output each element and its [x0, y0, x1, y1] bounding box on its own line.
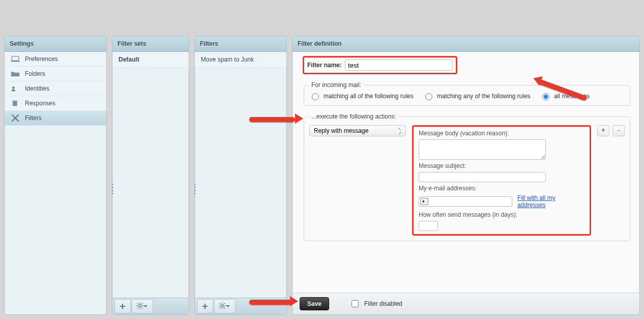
nav-label: Identities: [25, 85, 49, 92]
save-button[interactable]: Save: [300, 297, 329, 310]
filter-disabled-toggle[interactable]: Filter disabled: [349, 299, 402, 309]
filters-header: Filters: [195, 36, 286, 52]
filter-sets-footer: [112, 298, 189, 314]
actions-legend: ...execute the following actions:: [309, 113, 398, 120]
action-select[interactable]: Reply with message: [309, 125, 406, 136]
filter-actions-button[interactable]: [214, 299, 236, 313]
nav-label: Folders: [25, 70, 45, 77]
scope-legend: For incoming mail:: [309, 81, 363, 89]
scope-fieldset: For incoming mail: matching all of the f…: [304, 81, 630, 106]
highlight-reply-fields: Message body (vacation reason): Message …: [412, 125, 591, 236]
svg-rect-1: [11, 61, 20, 62]
actions-fieldset: ...execute the following actions: Reply …: [304, 113, 630, 241]
settings-panel: Settings Preferences Folders Identities: [4, 36, 107, 315]
nav-item-preferences[interactable]: Preferences: [5, 52, 106, 67]
fill-addresses-link[interactable]: Fill with all my addresses: [517, 194, 584, 209]
svg-point-2: [12, 86, 15, 89]
action-add-remove: + –: [597, 125, 625, 136]
filters-panel: Filters Move spam to Junk: [194, 36, 287, 315]
subject-input[interactable]: [419, 172, 546, 182]
laptop-icon: [11, 55, 20, 63]
svg-line-9: [137, 303, 138, 304]
nav-label: Filters: [25, 114, 42, 122]
filter-name-input[interactable]: [345, 60, 453, 71]
svg-rect-0: [12, 56, 19, 61]
plus-icon: [119, 303, 126, 310]
svg-line-21: [224, 303, 225, 304]
nav-item-folders[interactable]: Folders: [5, 67, 106, 81]
file-icon: [11, 100, 20, 107]
nav-label: Preferences: [25, 55, 58, 63]
nav-item-identities[interactable]: Identities: [5, 81, 106, 96]
filter-item[interactable]: Move spam to Junk: [195, 52, 286, 68]
gear-icon: [219, 302, 226, 311]
add-set-button[interactable]: [114, 299, 131, 313]
address-chip-icon: [420, 198, 428, 205]
filter-sets-panel: Filter sets Default: [112, 36, 189, 315]
addresses-label: My e-mail addresses:: [419, 185, 584, 192]
days-input[interactable]: [419, 221, 438, 231]
scope-any-label: matching any of the following rules: [437, 93, 531, 100]
scope-all-label: matching all of the following rules: [324, 93, 414, 100]
filters-footer: [195, 298, 286, 314]
svg-rect-3: [13, 101, 17, 106]
filter-set-item[interactable]: Default: [112, 52, 189, 68]
svg-point-4: [138, 304, 141, 307]
filter-sets-header: Filter sets: [112, 36, 189, 52]
app-root: Settings Preferences Folders Identities: [0, 0, 644, 319]
settings-header: Settings: [5, 36, 106, 52]
svg-line-18: [220, 303, 221, 304]
filters-body: Move spam to Junk: [195, 52, 286, 298]
add-action-button[interactable]: +: [597, 125, 609, 136]
definition-header: Filter definition: [292, 36, 639, 52]
days-label: How often send messages (in days):: [419, 211, 584, 218]
svg-line-10: [142, 307, 143, 308]
person-icon: [11, 85, 20, 92]
filter-disabled-label: Filter disabled: [364, 300, 402, 307]
svg-line-11: [137, 307, 138, 308]
scope-every[interactable]: all messages: [540, 92, 590, 100]
filter-sets-body: Default: [112, 52, 189, 298]
highlight-filter-name: Filter name:: [303, 56, 457, 74]
scope-every-radio[interactable]: [542, 93, 549, 100]
svg-line-20: [220, 307, 221, 308]
remove-action-button: –: [612, 125, 625, 136]
definition-footer: Save Filter disabled: [292, 293, 639, 314]
svg-line-19: [224, 307, 225, 308]
settings-body: Preferences Folders Identities Responses: [5, 52, 106, 314]
svg-point-13: [221, 304, 223, 307]
set-actions-button[interactable]: [132, 299, 153, 313]
nav-item-filters[interactable]: Filters: [5, 111, 106, 126]
filter-icon: [11, 114, 20, 122]
filter-name-label: Filter name:: [307, 62, 342, 69]
definition-body: Filter name: For incoming mail: matching…: [292, 52, 639, 293]
scope-all[interactable]: matching all of the following rules: [309, 92, 414, 100]
scope-all-radio[interactable]: [312, 93, 319, 100]
addresses-input[interactable]: [419, 196, 512, 207]
svg-line-12: [142, 303, 143, 304]
scope-any-radio[interactable]: [425, 93, 432, 100]
nav-label: Responses: [25, 100, 55, 107]
add-filter-button[interactable]: [197, 299, 213, 313]
body-label: Message body (vacation reason):: [419, 130, 584, 137]
subject-label: Message subject:: [419, 162, 584, 169]
plus-icon: [201, 303, 209, 310]
gear-icon: [136, 302, 143, 311]
nav-item-responses[interactable]: Responses: [5, 96, 106, 111]
filter-disabled-checkbox[interactable]: [352, 300, 359, 307]
action-select-wrap: Reply with message: [309, 125, 406, 136]
scope-any[interactable]: matching any of the following rules: [423, 92, 531, 100]
body-textarea[interactable]: [419, 139, 546, 160]
folder-icon: [11, 70, 20, 77]
definition-panel: Filter definition Filter name: For incom…: [292, 36, 640, 315]
scope-every-label: all messages: [554, 93, 590, 100]
